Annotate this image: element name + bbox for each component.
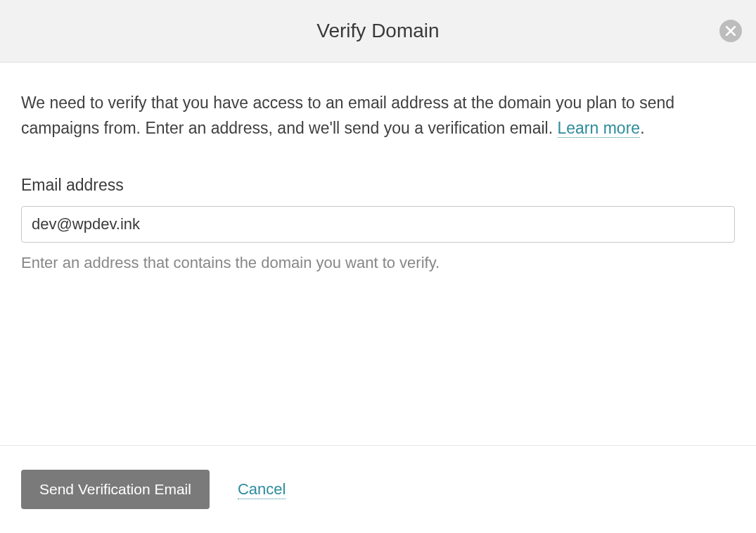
description-text: We need to verify that you have access t… xyxy=(21,91,735,141)
close-button[interactable] xyxy=(719,20,742,42)
close-icon xyxy=(726,26,736,36)
description-period: . xyxy=(640,119,644,137)
learn-more-link[interactable]: Learn more xyxy=(558,119,641,138)
modal-title: Verify Domain xyxy=(21,20,735,42)
email-label: Email address xyxy=(21,176,735,195)
verify-domain-modal: Verify Domain We need to verify that you… xyxy=(0,0,756,533)
email-hint: Enter an address that contains the domai… xyxy=(21,254,735,272)
email-input[interactable] xyxy=(21,206,735,243)
modal-header: Verify Domain xyxy=(0,0,756,63)
cancel-button[interactable]: Cancel xyxy=(238,480,286,499)
send-verification-button[interactable]: Send Verification Email xyxy=(21,470,210,509)
modal-footer: Send Verification Email Cancel xyxy=(0,445,756,533)
modal-body: We need to verify that you have access t… xyxy=(0,63,756,445)
